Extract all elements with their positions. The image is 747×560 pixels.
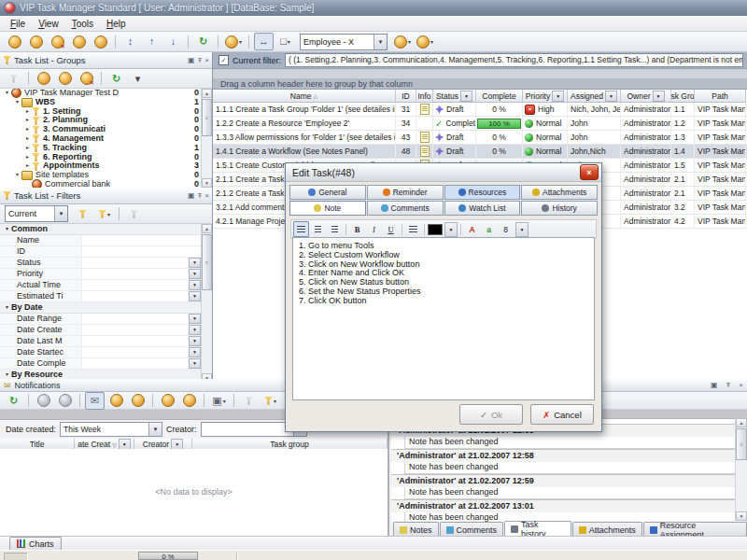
column-header-priority[interactable]: Priority▼ (523, 90, 568, 103)
column-header-id[interactable]: ID (396, 90, 416, 103)
filter-field-value[interactable] (82, 358, 189, 369)
current-filter-value[interactable]: ( (1. Setting,2. Planning,3. Communicati… (285, 53, 743, 67)
column-header-owner[interactable]: Owner▼ (621, 90, 671, 103)
notif-filter-icon[interactable] (239, 392, 259, 410)
tab-general[interactable]: General (289, 185, 366, 200)
chevron-down-icon[interactable]: ▼ (189, 291, 201, 301)
filter-row[interactable]: Name (0, 235, 212, 246)
expand-collapse-icon[interactable]: ↕ (120, 33, 140, 50)
filter-field-value[interactable] (82, 280, 189, 290)
tree-item[interactable]: ▾Site templates0 (0, 171, 212, 180)
filter-dropdown-icon[interactable]: ▼ (552, 91, 564, 102)
table-row[interactable]: 1.1.1 Create a Task Group 'Folder 1' (se… (213, 103, 747, 117)
filter-dropdown-icon[interactable]: ▼ (605, 91, 617, 102)
filter-row[interactable]: Date Last M▼ (0, 336, 212, 347)
scroll-up-icon[interactable]: ▲ (202, 224, 212, 233)
tree-item[interactable]: ▸5. Tracking1 (0, 144, 212, 153)
align-right-button[interactable] (327, 221, 343, 237)
highlight-button[interactable]: a (481, 221, 497, 237)
tree-expand-icon[interactable]: ▸ (23, 144, 32, 153)
font-size-dropdown[interactable]: ▼ (515, 222, 529, 237)
history-entry-header[interactable]: 'Administrator' at 21.02.2007 12:59 (391, 474, 747, 487)
history-entry-header[interactable]: 'Administrator' at 21.02.2007 12:58 (391, 449, 747, 462)
tree-expand-icon[interactable]: ▸ (23, 134, 32, 144)
menu-file[interactable]: File (4, 18, 32, 30)
window-position-icon[interactable]: ▣ (188, 191, 195, 200)
notif-filter-menu-icon[interactable]: ▾ (261, 392, 280, 410)
dialog-close-button[interactable]: × (580, 164, 599, 180)
chevron-down-icon[interactable]: ▼ (374, 35, 387, 49)
filter-field-value[interactable] (82, 235, 212, 245)
close-icon[interactable]: × (204, 191, 209, 200)
filter-row[interactable]: Date Create▼ (0, 325, 212, 336)
tab-attachments[interactable]: Attachments (572, 522, 642, 537)
tab-comments[interactable]: Comments (367, 201, 444, 216)
table-row[interactable]: 1.4.1 Create a Workflow (See Notes Panel… (213, 145, 747, 159)
window-position-icon[interactable]: ▣ (188, 56, 195, 64)
filter-field-value[interactable] (82, 314, 189, 324)
cancel-button[interactable]: ✗ Cancel (530, 404, 594, 425)
column-header-name[interactable]: Name△ (213, 90, 396, 103)
tab-resource-assignment[interactable]: Resource Assignment (643, 522, 747, 537)
font-color-dropdown[interactable]: ▼ (444, 222, 458, 237)
filter-row[interactable]: Estimated Ti▼ (0, 291, 212, 302)
mark-read-icon[interactable] (106, 392, 126, 410)
edit-group-icon[interactable] (55, 70, 75, 88)
duplicate-task-icon[interactable] (69, 33, 89, 50)
chevron-down-icon[interactable]: ▼ (148, 423, 162, 436)
chevron-down-icon[interactable]: ▼ (189, 280, 201, 290)
find-resource-icon[interactable]: ▾ (392, 33, 413, 50)
groups-tree-scrollbar[interactable]: ▲ ≡ ▼ (201, 89, 212, 188)
chevron-down-icon[interactable]: ▼ (189, 325, 201, 335)
column-header-ask-grou[interactable]: ask Grou (671, 90, 695, 103)
filter-field-value[interactable] (82, 291, 189, 301)
chevron-down-icon[interactable]: ▼ (189, 358, 201, 369)
filter-field-value[interactable] (82, 336, 189, 346)
scroll-thumb[interactable]: ≡ (736, 428, 747, 460)
filters-scrollbar[interactable]: ▲ ≡ ▼ (201, 224, 212, 383)
pin-icon[interactable]: Ŧ (197, 56, 202, 64)
filter-dropdown-icon[interactable]: ▼ (460, 91, 472, 102)
filter-field-value[interactable] (82, 269, 189, 279)
column-header-status[interactable]: Status▼ (433, 90, 476, 103)
tree-item[interactable]: ▸6. Reporting0 (0, 153, 212, 162)
filter-row[interactable]: Date Comple▼ (0, 358, 212, 370)
filter-row[interactable]: ID (0, 246, 212, 258)
filter-field-value[interactable] (82, 325, 189, 335)
filter-preset-combo[interactable]: Current ▼ (5, 205, 68, 222)
close-icon[interactable]: × (204, 56, 209, 64)
refresh-icon[interactable]: ↻ (4, 392, 23, 410)
text-color-button[interactable]: A (464, 221, 480, 237)
filter-field-value[interactable] (82, 347, 189, 357)
column-header-path[interactable]: Path (695, 90, 746, 103)
tree-expand-icon[interactable]: ▾ (3, 89, 11, 98)
tab-comments[interactable]: Comments (440, 522, 504, 537)
delete-group-icon[interactable]: × (77, 70, 96, 88)
tree-item[interactable]: ▸1. Setting0 (0, 107, 212, 117)
tree-expand-icon[interactable]: ▸ (23, 125, 32, 134)
resource-view-combo[interactable]: Employee - X▼ (300, 34, 388, 50)
filter-dropdown-icon[interactable]: ▼ (653, 91, 665, 102)
clear-filter-icon[interactable] (124, 205, 144, 223)
history-scrollbar[interactable]: ▲ ≡ ▼ (735, 418, 747, 521)
menu-view[interactable]: View (32, 18, 65, 30)
history-entry-header[interactable]: 'Administrator' at 21.02.2007 13:01 (391, 499, 747, 512)
new-task-group-icon[interactable] (26, 33, 46, 50)
layout-icon[interactable]: ▣▾ (209, 392, 229, 410)
tree-item[interactable]: ▸2. Planning0 (0, 116, 212, 125)
scroll-down-icon[interactable]: ▼ (736, 511, 747, 521)
scroll-up-icon[interactable]: ▲ (736, 418, 747, 427)
filter-row[interactable]: Date Range▼ (0, 314, 212, 325)
tree-item[interactable]: ▾VIP Task Manager Test D0 (0, 89, 212, 98)
scroll-thumb[interactable]: ≡ (202, 234, 212, 290)
filter-group-header[interactable]: ▾Common (0, 224, 212, 235)
tab-task-history[interactable]: Task history (504, 521, 571, 537)
clear-group-filter-icon[interactable] (4, 70, 23, 88)
tree-expand-icon[interactable]: ▸ (23, 161, 32, 171)
scroll-down-icon[interactable]: ▼ (202, 178, 212, 188)
menu-tools[interactable]: Tools (65, 18, 100, 30)
tree-item[interactable]: Commercial bank0 (0, 180, 212, 188)
chevron-down-icon[interactable]: ▼ (54, 206, 67, 221)
close-icon[interactable]: × (739, 381, 743, 389)
italic-button[interactable]: I (366, 221, 382, 237)
